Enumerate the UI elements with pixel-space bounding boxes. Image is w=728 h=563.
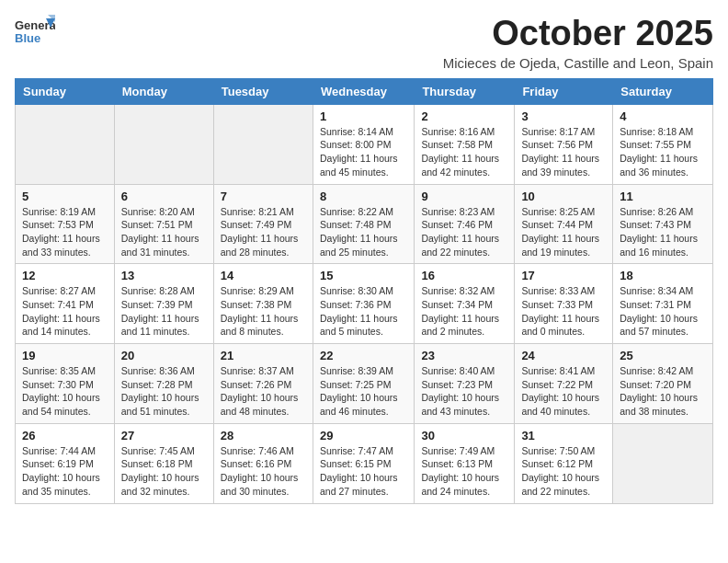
cell-info: Sunrise: 7:45 AM Sunset: 6:18 PM Dayligh… (121, 444, 207, 499)
date-number: 1 (320, 109, 407, 123)
title-area: October 2025 Micieces de Ojeda, Castille… (443, 15, 713, 71)
calendar-cell: 19Sunrise: 8:35 AM Sunset: 7:30 PM Dayli… (16, 344, 115, 424)
day-header-friday: Friday (515, 78, 613, 104)
date-number: 21 (221, 349, 306, 362)
date-number: 5 (22, 190, 108, 203)
week-row-4: 19Sunrise: 8:35 AM Sunset: 7:30 PM Dayli… (16, 344, 713, 424)
calendar-cell: 16Sunrise: 8:32 AM Sunset: 7:34 PM Dayli… (415, 264, 515, 344)
calendar-cell: 31Sunrise: 7:50 AM Sunset: 6:12 PM Dayli… (515, 423, 613, 503)
cell-info: Sunrise: 8:20 AM Sunset: 7:51 PM Dayligh… (121, 205, 207, 259)
calendar-cell: 7Sunrise: 8:21 AM Sunset: 7:49 PM Daylig… (213, 184, 313, 264)
cell-info: Sunrise: 8:34 AM Sunset: 7:31 PM Dayligh… (620, 284, 706, 339)
week-row-3: 12Sunrise: 8:27 AM Sunset: 7:41 PM Dayli… (16, 264, 713, 344)
calendar-cell: 6Sunrise: 8:20 AM Sunset: 7:51 PM Daylig… (114, 184, 213, 264)
calendar-cell: 26Sunrise: 7:44 AM Sunset: 6:19 PM Dayli… (16, 423, 115, 503)
date-number: 9 (421, 190, 507, 203)
date-number: 3 (521, 109, 606, 123)
cell-info: Sunrise: 7:49 AM Sunset: 6:13 PM Dayligh… (421, 444, 507, 499)
date-number: 10 (521, 190, 606, 203)
calendar-cell: 4Sunrise: 8:18 AM Sunset: 7:55 PM Daylig… (613, 104, 713, 184)
day-header-row: SundayMondayTuesdayWednesdayThursdayFrid… (16, 78, 713, 104)
calendar-cell: 5Sunrise: 8:19 AM Sunset: 7:53 PM Daylig… (16, 184, 115, 264)
cell-info: Sunrise: 8:18 AM Sunset: 7:55 PM Dayligh… (620, 125, 706, 179)
cell-info: Sunrise: 8:17 AM Sunset: 7:56 PM Dayligh… (521, 125, 606, 179)
date-number: 7 (221, 190, 306, 203)
date-number: 30 (421, 429, 507, 442)
date-number: 2 (421, 109, 507, 123)
calendar-cell: 21Sunrise: 8:37 AM Sunset: 7:26 PM Dayli… (213, 344, 313, 424)
date-number: 20 (121, 349, 207, 362)
date-number: 26 (22, 429, 108, 442)
calendar-cell: 2Sunrise: 8:16 AM Sunset: 7:58 PM Daylig… (415, 104, 515, 184)
calendar-cell (16, 104, 115, 184)
calendar-cell: 20Sunrise: 8:36 AM Sunset: 7:28 PM Dayli… (114, 344, 213, 424)
date-number: 27 (121, 429, 207, 442)
date-number: 22 (320, 349, 407, 362)
cell-info: Sunrise: 8:14 AM Sunset: 8:00 PM Dayligh… (320, 125, 407, 179)
calendar-cell: 12Sunrise: 8:27 AM Sunset: 7:41 PM Dayli… (16, 264, 115, 344)
date-number: 14 (221, 269, 306, 282)
calendar-cell: 11Sunrise: 8:26 AM Sunset: 7:43 PM Dayli… (613, 184, 713, 264)
day-header-wednesday: Wednesday (313, 78, 414, 104)
svg-text:Blue: Blue (15, 31, 40, 45)
calendar-cell: 18Sunrise: 8:34 AM Sunset: 7:31 PM Dayli… (613, 264, 713, 344)
day-header-monday: Monday (114, 78, 213, 104)
cell-info: Sunrise: 8:35 AM Sunset: 7:30 PM Dayligh… (22, 364, 108, 419)
calendar-cell: 29Sunrise: 7:47 AM Sunset: 6:15 PM Dayli… (313, 423, 414, 503)
calendar-cell: 1Sunrise: 8:14 AM Sunset: 8:00 PM Daylig… (313, 104, 414, 184)
calendar-cell: 15Sunrise: 8:30 AM Sunset: 7:36 PM Dayli… (313, 264, 414, 344)
calendar-cell: 23Sunrise: 8:40 AM Sunset: 7:23 PM Dayli… (415, 344, 515, 424)
cell-info: Sunrise: 8:22 AM Sunset: 7:48 PM Dayligh… (320, 205, 407, 259)
date-number: 25 (620, 349, 706, 362)
calendar-cell: 13Sunrise: 8:28 AM Sunset: 7:39 PM Dayli… (114, 264, 213, 344)
cell-info: Sunrise: 8:32 AM Sunset: 7:34 PM Dayligh… (421, 284, 507, 339)
day-header-saturday: Saturday (613, 78, 713, 104)
date-number: 24 (521, 349, 606, 362)
cell-info: Sunrise: 8:41 AM Sunset: 7:22 PM Dayligh… (521, 364, 606, 419)
calendar-cell: 25Sunrise: 8:42 AM Sunset: 7:20 PM Dayli… (613, 344, 713, 424)
week-row-2: 5Sunrise: 8:19 AM Sunset: 7:53 PM Daylig… (16, 184, 713, 264)
cell-info: Sunrise: 7:47 AM Sunset: 6:15 PM Dayligh… (320, 444, 407, 499)
date-number: 15 (320, 269, 407, 282)
calendar-table: SundayMondayTuesdayWednesdayThursdayFrid… (15, 78, 713, 504)
calendar-cell (114, 104, 213, 184)
cell-info: Sunrise: 8:19 AM Sunset: 7:53 PM Dayligh… (22, 205, 108, 259)
logo-icon: General Blue (15, 15, 55, 52)
cell-info: Sunrise: 8:29 AM Sunset: 7:38 PM Dayligh… (221, 284, 306, 339)
calendar-cell: 30Sunrise: 7:49 AM Sunset: 6:13 PM Dayli… (415, 423, 515, 503)
cell-info: Sunrise: 8:27 AM Sunset: 7:41 PM Dayligh… (22, 284, 108, 339)
cell-info: Sunrise: 8:42 AM Sunset: 7:20 PM Dayligh… (620, 364, 706, 419)
calendar-cell (213, 104, 313, 184)
date-number: 28 (221, 429, 306, 442)
calendar-cell: 10Sunrise: 8:25 AM Sunset: 7:44 PM Dayli… (515, 184, 613, 264)
calendar-cell: 17Sunrise: 8:33 AM Sunset: 7:33 PM Dayli… (515, 264, 613, 344)
date-number: 4 (620, 109, 706, 123)
date-number: 6 (121, 190, 207, 203)
day-header-sunday: Sunday (16, 78, 115, 104)
calendar-cell: 9Sunrise: 8:23 AM Sunset: 7:46 PM Daylig… (415, 184, 515, 264)
date-number: 8 (320, 190, 407, 203)
date-number: 17 (521, 269, 606, 282)
calendar-cell (613, 423, 713, 503)
cell-info: Sunrise: 8:37 AM Sunset: 7:26 PM Dayligh… (221, 364, 306, 419)
cell-info: Sunrise: 8:23 AM Sunset: 7:46 PM Dayligh… (421, 205, 507, 259)
date-number: 11 (620, 190, 706, 203)
cell-info: Sunrise: 7:44 AM Sunset: 6:19 PM Dayligh… (22, 444, 108, 499)
cell-info: Sunrise: 7:46 AM Sunset: 6:16 PM Dayligh… (221, 444, 306, 499)
cell-info: Sunrise: 7:50 AM Sunset: 6:12 PM Dayligh… (521, 444, 606, 499)
calendar-cell: 22Sunrise: 8:39 AM Sunset: 7:25 PM Dayli… (313, 344, 414, 424)
week-row-5: 26Sunrise: 7:44 AM Sunset: 6:19 PM Dayli… (16, 423, 713, 503)
page-header: General Blue October 2025 Micieces de Oj… (15, 15, 713, 71)
logo: General Blue (15, 15, 55, 52)
calendar-cell: 14Sunrise: 8:29 AM Sunset: 7:38 PM Dayli… (213, 264, 313, 344)
calendar-cell: 8Sunrise: 8:22 AM Sunset: 7:48 PM Daylig… (313, 184, 414, 264)
cell-info: Sunrise: 8:30 AM Sunset: 7:36 PM Dayligh… (320, 284, 407, 339)
calendar-cell: 28Sunrise: 7:46 AM Sunset: 6:16 PM Dayli… (213, 423, 313, 503)
cell-info: Sunrise: 8:25 AM Sunset: 7:44 PM Dayligh… (521, 205, 606, 259)
day-header-tuesday: Tuesday (213, 78, 313, 104)
date-number: 18 (620, 269, 706, 282)
date-number: 12 (22, 269, 108, 282)
cell-info: Sunrise: 8:26 AM Sunset: 7:43 PM Dayligh… (620, 205, 706, 259)
cell-info: Sunrise: 8:39 AM Sunset: 7:25 PM Dayligh… (320, 364, 407, 419)
cell-info: Sunrise: 8:36 AM Sunset: 7:28 PM Dayligh… (121, 364, 207, 419)
